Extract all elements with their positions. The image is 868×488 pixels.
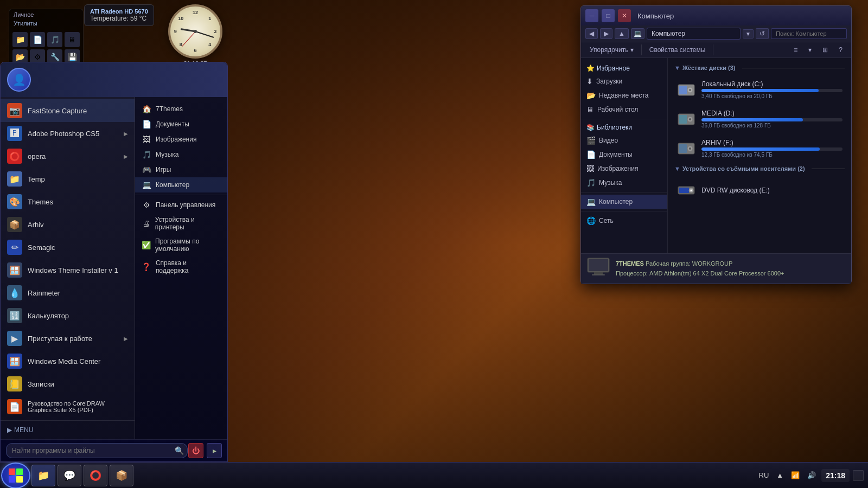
menu-item-gettingstarted[interactable]: ▶ Приступая к работе ▶ — [1, 327, 135, 350]
images-label: Изображения — [156, 136, 196, 143]
menu-item-semagic[interactable]: ✏ Semagic — [1, 236, 135, 259]
drive-item-c[interactable]: Локальный диск (C:) 3,40 ГБ свободно из … — [674, 76, 845, 102]
show-desktop-button[interactable] — [853, 470, 864, 481]
nav-back-button[interactable]: ◀ — [585, 28, 598, 39]
sidebar-item-pictures[interactable]: 🖼 Изображения — [581, 162, 667, 176]
window-sidebar: ⭐ Избранное ⬇ Загрузки 📂 Недавние места … — [581, 58, 668, 253]
widget-personal-label: Личное — [9, 9, 83, 20]
search-input[interactable] — [771, 28, 847, 39]
right-item-help[interactable]: ❓ Справка и поддержка — [135, 256, 227, 278]
all-programs-button[interactable]: ▶ MENU — [1, 423, 135, 437]
sidebar-item-music[interactable]: 🎵 Музыка — [581, 176, 667, 190]
sidebar-favorites-header[interactable]: ⭐ Избранное — [581, 62, 667, 74]
menu-item-faststone[interactable]: 📷 FastStone Capture — [1, 99, 135, 122]
drive-item-f[interactable]: ARHIV (F:) 12,3 ГБ свободно из 74,5 ГБ — [674, 135, 845, 161]
menu-item-notes[interactable]: 📒 Записки — [1, 373, 135, 395]
widget-icon-1[interactable]: 📁 — [12, 32, 28, 47]
right-item-documents[interactable]: 📄 Документы — [135, 117, 227, 132]
faststone-icon: 📷 — [7, 103, 22, 118]
right-item-devices[interactable]: 🖨 Устройства и принтеры — [135, 213, 227, 234]
window-maximize-button[interactable]: □ — [602, 9, 615, 22]
taskbar-btn-skype[interactable]: 💬 — [58, 465, 81, 486]
right-item-music[interactable]: 🎵 Музыка — [135, 147, 227, 162]
menu-item-wti[interactable]: 🪟 Windows Theme Installer v 1 — [1, 259, 135, 281]
address-go-button[interactable]: ↺ — [756, 28, 769, 39]
nav-forward-button[interactable]: ▶ — [600, 28, 612, 39]
comp-name: 7THEMES — [616, 260, 644, 267]
sidebar-item-desktop[interactable]: 🖥 Рабочий стол — [581, 102, 667, 117]
menu-item-calc[interactable]: 🔢 Калькулятор — [1, 304, 135, 327]
tray-arrow-icon[interactable]: ▲ — [774, 470, 786, 480]
sidebar-item-downloads[interactable]: ⬇ Загрузки — [581, 74, 667, 88]
menu-item-photoshop[interactable]: 🅿 Adobe Photoshop CS5 ▶ — [1, 122, 135, 145]
drive-f-fill — [701, 147, 820, 151]
address-refresh-button[interactable]: ▼ — [743, 29, 754, 38]
start-button[interactable] — [1, 463, 30, 489]
all-programs-arrow: ▶ — [7, 426, 12, 434]
taskbar-btn-archive[interactable]: 📦 — [110, 465, 133, 486]
menu-item-rainmeter[interactable]: 💧 Rainmeter — [1, 281, 135, 304]
dvd-item-e[interactable]: DVD RW дисковод (E:) — [674, 177, 845, 203]
right-item-images[interactable]: 🖼 Изображения — [135, 132, 227, 147]
downloads-icon: ⬇ — [586, 77, 593, 86]
temp-icon: 📁 — [7, 171, 22, 187]
drive-c-icon — [676, 80, 696, 99]
sidebar-item-recent[interactable]: 📂 Недавние места — [581, 88, 667, 102]
widget-icon-2[interactable]: 📄 — [30, 32, 45, 47]
photoshop-label: Adobe Photoshop CS5 — [28, 130, 99, 138]
libraries-icon: 📚 — [586, 124, 595, 131]
right-item-games[interactable]: 🎮 Игры — [135, 162, 227, 177]
sidebar-item-docs[interactable]: 📄 Документы — [581, 147, 667, 162]
menu-item-themes[interactable]: 🎨 Themes — [1, 190, 135, 213]
sidebar-item-video[interactable]: 🎬 Видео — [581, 133, 667, 147]
nav-up-button[interactable]: ▲ — [615, 28, 629, 39]
hdd-section-line — [742, 68, 845, 68]
semagic-icon: ✏ — [7, 240, 22, 255]
rainmeter-icon: 💧 — [7, 285, 22, 300]
help-button[interactable]: ? — [834, 44, 847, 55]
defaults-label: Программы по умолчанию — [155, 237, 221, 253]
menu-item-opera[interactable]: ⭕ opera ▶ — [1, 145, 135, 168]
lock-button[interactable]: ▸ — [207, 443, 222, 458]
documents-label: Документы — [156, 120, 189, 128]
taskbar-lang-indicator[interactable]: RU — [757, 470, 771, 480]
drive-c-size: 3,40 ГБ свободно из 20,0 ГБ — [701, 93, 843, 99]
taskbar-clock[interactable]: 21:18 — [821, 469, 850, 482]
7themes-label: 7Themes — [156, 105, 183, 113]
comp-workgroup-key: Рабочая группа: — [646, 260, 691, 267]
taskbar-btn-explorer[interactable]: 📁 — [31, 465, 55, 486]
right-item-defaults[interactable]: ✅ Программы по умолчанию — [135, 234, 227, 256]
gettingstarted-icon: ▶ — [7, 331, 22, 346]
widget-icon-3[interactable]: 🎵 — [47, 32, 62, 47]
power-button[interactable]: ⏻ — [188, 443, 203, 458]
right-item-controlpanel[interactable]: ⚙ Панель управления — [135, 197, 227, 213]
start-search-button[interactable]: 🔍 — [175, 443, 184, 458]
toolbar-properties-button[interactable]: Свойства системы — [645, 44, 710, 55]
toolbar-organize-button[interactable]: Упорядочить ▾ — [585, 44, 638, 55]
menu-item-coreldraw[interactable]: 📄 Руководство по CorelDRAW Graphics Suit… — [1, 395, 135, 418]
drive-item-d[interactable]: MEDIA (D:) 36,0 ГБ свободно из 128 ГБ — [674, 106, 845, 132]
start-search-input[interactable] — [6, 443, 188, 458]
coreldraw-icon: 📄 — [7, 399, 22, 414]
address-bar-input[interactable] — [647, 28, 741, 40]
sidebar-item-network[interactable]: 🌐 Сеть — [581, 214, 667, 228]
view-list-button[interactable]: ≡ — [789, 44, 802, 55]
sidebar-item-computer[interactable]: 💻 Компьютер — [581, 195, 667, 209]
music-icon: 🎵 — [142, 150, 151, 159]
tray-volume-icon[interactable]: 🔊 — [805, 470, 818, 480]
menu-item-arhiv[interactable]: 📦 Arhiv — [1, 213, 135, 236]
svg-rect-23 — [16, 476, 23, 483]
window-minimize-button[interactable]: ─ — [585, 9, 598, 22]
window-title: Компьютер — [637, 12, 674, 20]
taskbar-btn-opera[interactable]: ⭕ — [84, 465, 107, 486]
menu-item-temp[interactable]: 📁 Temp — [1, 168, 135, 190]
view-grid-button[interactable]: ⊞ — [818, 44, 832, 55]
right-item-computer[interactable]: 💻 Компьютер — [135, 177, 227, 192]
menu-item-wmc[interactable]: 🪟 Windows Media Center — [1, 350, 135, 373]
view-details-button[interactable]: ▾ — [804, 44, 816, 55]
widget-icon-4[interactable]: 🖥 — [65, 32, 80, 47]
ati-widget: ATI Radeon HD 5670 Temperature: 59 °C — [84, 4, 154, 26]
sidebar-libraries-header[interactable]: 📚 Библиотеки — [581, 121, 667, 133]
right-item-7themes[interactable]: 🏠 7Themes — [135, 101, 227, 117]
window-close-button[interactable]: ✕ — [618, 9, 631, 22]
